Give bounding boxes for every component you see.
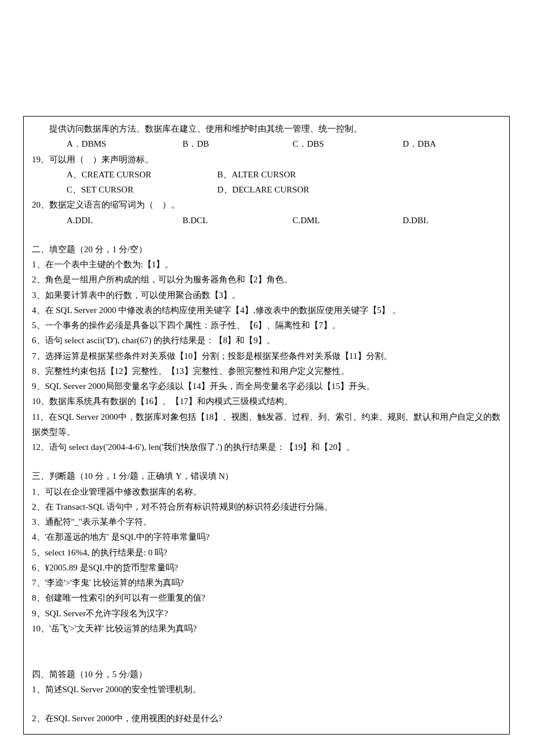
- fill-blank-item: 12、语句 select day('2004-4-6'), len('我们快放假…: [32, 439, 501, 455]
- document-page: 提供访问数据库的方法。数据库在建立、使用和维护时由其统一管理、统一控制。 A．D…: [0, 0, 533, 756]
- true-false-item: 5、select 16%4, 的执行结果是: 0 吗?: [32, 545, 501, 560]
- option-d: D、DECLARE CURSOR: [217, 182, 368, 197]
- true-false-item: 1、可以在企业管理器中修改数据库的名称。: [32, 484, 501, 499]
- fill-blank-item: 7、选择运算是根据某些条件对关系做【10】分割；投影是根据某些条件对关系做【11…: [32, 348, 501, 364]
- fill-blank-item: 8、完整性约束包括【12】完整性、【13】完整性、参照完整性和用户定义完整性。: [32, 364, 501, 379]
- q20-options: A.DDL B.DCL C.DML D.DBL: [32, 213, 501, 228]
- true-false-item: 2、在 Transact-SQL 语句中，对不符合所有标识符规则的标识符必须进行…: [32, 499, 501, 514]
- short-answer-item: 1、简述SQL Server 2000的安全性管理机制。: [32, 682, 501, 697]
- true-false-item: 3、通配符"_"表示某单个字符。: [32, 514, 501, 529]
- option-d: D.DBL: [403, 213, 484, 228]
- fill-blank-item: 5、一个事务的操作必须是具备以下四个属性：原子性、【6】、隔离性和【7】。: [32, 318, 501, 333]
- fill-blank-item: 4、在 SQL Server 2000 中修改表的结构应使用关键字【4】,修改表…: [32, 303, 501, 318]
- true-false-item: 9、SQL Server不允许字段名为汉字?: [32, 606, 501, 621]
- fill-blank-item: 2、角色是一组用户所构成的组，可以分为服务器角色和【2】角色。: [32, 272, 501, 287]
- option-b: B.DCL: [182, 213, 293, 228]
- true-false-item: 7、'李逵'>'李鬼' 比较运算的结果为真吗?: [32, 575, 501, 590]
- option-c: C．DBS: [293, 136, 403, 151]
- option-c: C.DML: [293, 213, 403, 228]
- q18-continuation: 提供访问数据库的方法。数据库在建立、使用和维护时由其统一管理、统一控制。: [32, 121, 501, 136]
- fill-blank-item: 11、在SQL Server 2000中，数据库对象包括【18】、视图、触发器、…: [32, 409, 501, 440]
- fill-blank-item: 10、数据库系统具有数据的【16】、【17】和内模式三级模式结构。: [32, 394, 501, 409]
- q19-options-row2: C、SET CURSOR D、DECLARE CURSOR: [32, 182, 501, 197]
- option-b: B．DB: [182, 136, 293, 151]
- fill-blank-item: 9、SQL Server 2000局部变量名字必须以【14】开头，而全局变量名字…: [32, 379, 501, 394]
- option-d: D．DBA: [403, 136, 484, 151]
- q19-options-row1: A、CREATE CURSOR B、ALTER CURSOR: [32, 167, 501, 182]
- true-false-item: 8、创建唯一性索引的列可以有一些重复的值?: [32, 590, 501, 605]
- q18-options: A．DBMS B．DB C．DBS D．DBA: [32, 136, 501, 151]
- fill-blank-item: 3、如果要计算表中的行数，可以使用聚合函数【3】。: [32, 288, 501, 303]
- section-4-title: 四、简答题（10 分，5 分/题）: [32, 667, 501, 682]
- option-a: A.DDL: [67, 213, 182, 228]
- section-2-title: 二、填空题（20 分，1 分/空）: [32, 242, 501, 257]
- short-answer-item: 2、在SQL Server 2000中，使用视图的好处是什么?: [32, 711, 501, 726]
- option-a: A、CREATE CURSOR: [67, 167, 217, 182]
- true-false-item: 6、¥2005.89 是SQL中的货币型常量吗?: [32, 560, 501, 575]
- section-3-title: 三、判断题（10 分，1 分/题，正确填 Y，错误填 N）: [32, 468, 501, 484]
- q20-stem: 20、数据定义语言的缩写词为（ ）。: [32, 197, 501, 212]
- fill-blank-item: 6、语句 select ascii('D'), char(67) 的执行结果是：…: [32, 333, 501, 348]
- true-false-item: 10、'岳飞'>'文天祥' 比较运算的结果为真吗?: [32, 621, 501, 636]
- fill-blank-item: 1、在一个表中主键的个数为:【1】。: [32, 257, 501, 272]
- q19-stem: 19、可以用（ ）来声明游标。: [32, 152, 501, 167]
- content-frame: 提供访问数据库的方法。数据库在建立、使用和维护时由其统一管理、统一控制。 A．D…: [23, 116, 510, 735]
- option-b: B、ALTER CURSOR: [217, 167, 368, 182]
- option-c: C、SET CURSOR: [67, 182, 217, 197]
- option-a: A．DBMS: [67, 136, 182, 151]
- true-false-item: 4、'在那遥远的地方' 是SQL中的字符串常量吗?: [32, 529, 501, 544]
